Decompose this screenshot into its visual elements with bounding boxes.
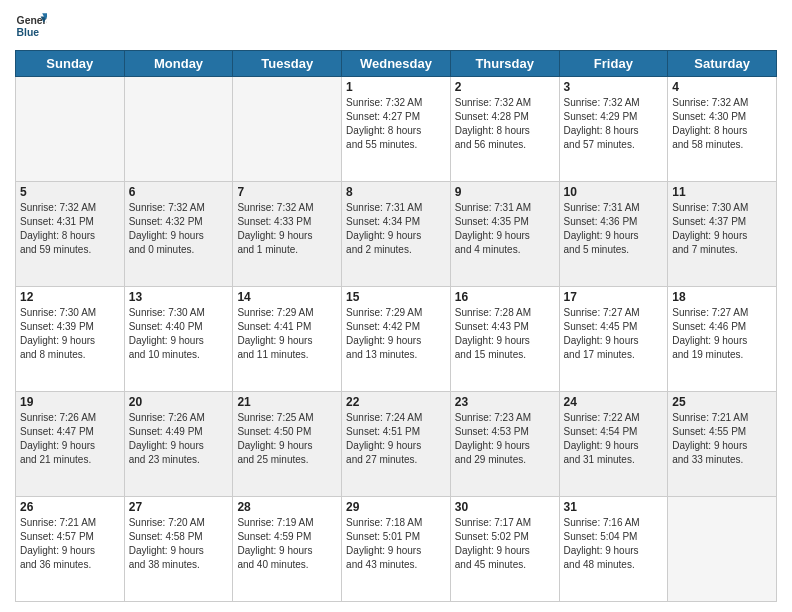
calendar-week-row: 1Sunrise: 7:32 AM Sunset: 4:27 PM Daylig… xyxy=(16,77,777,182)
day-number: 7 xyxy=(237,185,337,199)
day-number: 14 xyxy=(237,290,337,304)
day-number: 27 xyxy=(129,500,229,514)
day-info: Sunrise: 7:32 AM Sunset: 4:29 PM Dayligh… xyxy=(564,96,664,152)
calendar-week-row: 19Sunrise: 7:26 AM Sunset: 4:47 PM Dayli… xyxy=(16,392,777,497)
day-number: 15 xyxy=(346,290,446,304)
calendar-cell: 27Sunrise: 7:20 AM Sunset: 4:58 PM Dayli… xyxy=(124,497,233,602)
calendar-week-row: 5Sunrise: 7:32 AM Sunset: 4:31 PM Daylig… xyxy=(16,182,777,287)
calendar-cell: 11Sunrise: 7:30 AM Sunset: 4:37 PM Dayli… xyxy=(668,182,777,287)
day-number: 25 xyxy=(672,395,772,409)
calendar-cell: 12Sunrise: 7:30 AM Sunset: 4:39 PM Dayli… xyxy=(16,287,125,392)
day-info: Sunrise: 7:30 AM Sunset: 4:37 PM Dayligh… xyxy=(672,201,772,257)
header: General Blue xyxy=(15,10,777,42)
day-number: 9 xyxy=(455,185,555,199)
day-info: Sunrise: 7:27 AM Sunset: 4:45 PM Dayligh… xyxy=(564,306,664,362)
calendar-cell: 22Sunrise: 7:24 AM Sunset: 4:51 PM Dayli… xyxy=(342,392,451,497)
calendar-cell: 24Sunrise: 7:22 AM Sunset: 4:54 PM Dayli… xyxy=(559,392,668,497)
calendar-cell: 20Sunrise: 7:26 AM Sunset: 4:49 PM Dayli… xyxy=(124,392,233,497)
calendar-week-row: 26Sunrise: 7:21 AM Sunset: 4:57 PM Dayli… xyxy=(16,497,777,602)
day-info: Sunrise: 7:32 AM Sunset: 4:32 PM Dayligh… xyxy=(129,201,229,257)
day-info: Sunrise: 7:19 AM Sunset: 4:59 PM Dayligh… xyxy=(237,516,337,572)
day-info: Sunrise: 7:17 AM Sunset: 5:02 PM Dayligh… xyxy=(455,516,555,572)
weekday-header-sunday: Sunday xyxy=(16,51,125,77)
day-info: Sunrise: 7:18 AM Sunset: 5:01 PM Dayligh… xyxy=(346,516,446,572)
day-info: Sunrise: 7:30 AM Sunset: 4:39 PM Dayligh… xyxy=(20,306,120,362)
day-info: Sunrise: 7:25 AM Sunset: 4:50 PM Dayligh… xyxy=(237,411,337,467)
weekday-header-monday: Monday xyxy=(124,51,233,77)
day-info: Sunrise: 7:21 AM Sunset: 4:55 PM Dayligh… xyxy=(672,411,772,467)
calendar-cell: 13Sunrise: 7:30 AM Sunset: 4:40 PM Dayli… xyxy=(124,287,233,392)
calendar-cell: 14Sunrise: 7:29 AM Sunset: 4:41 PM Dayli… xyxy=(233,287,342,392)
day-number: 19 xyxy=(20,395,120,409)
weekday-header-wednesday: Wednesday xyxy=(342,51,451,77)
day-info: Sunrise: 7:32 AM Sunset: 4:27 PM Dayligh… xyxy=(346,96,446,152)
day-info: Sunrise: 7:16 AM Sunset: 5:04 PM Dayligh… xyxy=(564,516,664,572)
day-number: 30 xyxy=(455,500,555,514)
calendar-cell: 29Sunrise: 7:18 AM Sunset: 5:01 PM Dayli… xyxy=(342,497,451,602)
day-info: Sunrise: 7:20 AM Sunset: 4:58 PM Dayligh… xyxy=(129,516,229,572)
calendar-cell: 1Sunrise: 7:32 AM Sunset: 4:27 PM Daylig… xyxy=(342,77,451,182)
day-info: Sunrise: 7:27 AM Sunset: 4:46 PM Dayligh… xyxy=(672,306,772,362)
day-number: 1 xyxy=(346,80,446,94)
day-info: Sunrise: 7:32 AM Sunset: 4:30 PM Dayligh… xyxy=(672,96,772,152)
day-info: Sunrise: 7:26 AM Sunset: 4:49 PM Dayligh… xyxy=(129,411,229,467)
calendar-cell: 3Sunrise: 7:32 AM Sunset: 4:29 PM Daylig… xyxy=(559,77,668,182)
day-info: Sunrise: 7:31 AM Sunset: 4:36 PM Dayligh… xyxy=(564,201,664,257)
day-info: Sunrise: 7:23 AM Sunset: 4:53 PM Dayligh… xyxy=(455,411,555,467)
day-info: Sunrise: 7:29 AM Sunset: 4:41 PM Dayligh… xyxy=(237,306,337,362)
calendar-cell xyxy=(233,77,342,182)
day-number: 4 xyxy=(672,80,772,94)
calendar-cell: 19Sunrise: 7:26 AM Sunset: 4:47 PM Dayli… xyxy=(16,392,125,497)
calendar-cell: 21Sunrise: 7:25 AM Sunset: 4:50 PM Dayli… xyxy=(233,392,342,497)
calendar-table: SundayMondayTuesdayWednesdayThursdayFrid… xyxy=(15,50,777,602)
calendar-cell: 25Sunrise: 7:21 AM Sunset: 4:55 PM Dayli… xyxy=(668,392,777,497)
day-number: 26 xyxy=(20,500,120,514)
day-number: 18 xyxy=(672,290,772,304)
day-number: 3 xyxy=(564,80,664,94)
day-info: Sunrise: 7:32 AM Sunset: 4:33 PM Dayligh… xyxy=(237,201,337,257)
day-number: 22 xyxy=(346,395,446,409)
calendar-cell: 2Sunrise: 7:32 AM Sunset: 4:28 PM Daylig… xyxy=(450,77,559,182)
day-number: 23 xyxy=(455,395,555,409)
logo: General Blue xyxy=(15,10,47,42)
logo-icon: General Blue xyxy=(15,10,47,42)
calendar-cell: 8Sunrise: 7:31 AM Sunset: 4:34 PM Daylig… xyxy=(342,182,451,287)
calendar-cell xyxy=(124,77,233,182)
day-info: Sunrise: 7:30 AM Sunset: 4:40 PM Dayligh… xyxy=(129,306,229,362)
calendar-cell: 5Sunrise: 7:32 AM Sunset: 4:31 PM Daylig… xyxy=(16,182,125,287)
day-number: 20 xyxy=(129,395,229,409)
calendar-cell: 15Sunrise: 7:29 AM Sunset: 4:42 PM Dayli… xyxy=(342,287,451,392)
day-info: Sunrise: 7:31 AM Sunset: 4:35 PM Dayligh… xyxy=(455,201,555,257)
calendar-cell xyxy=(16,77,125,182)
calendar-cell: 17Sunrise: 7:27 AM Sunset: 4:45 PM Dayli… xyxy=(559,287,668,392)
day-number: 28 xyxy=(237,500,337,514)
calendar-cell: 16Sunrise: 7:28 AM Sunset: 4:43 PM Dayli… xyxy=(450,287,559,392)
weekday-header-friday: Friday xyxy=(559,51,668,77)
calendar-cell: 26Sunrise: 7:21 AM Sunset: 4:57 PM Dayli… xyxy=(16,497,125,602)
calendar-cell: 28Sunrise: 7:19 AM Sunset: 4:59 PM Dayli… xyxy=(233,497,342,602)
calendar-cell: 7Sunrise: 7:32 AM Sunset: 4:33 PM Daylig… xyxy=(233,182,342,287)
day-info: Sunrise: 7:24 AM Sunset: 4:51 PM Dayligh… xyxy=(346,411,446,467)
day-info: Sunrise: 7:21 AM Sunset: 4:57 PM Dayligh… xyxy=(20,516,120,572)
calendar-cell: 9Sunrise: 7:31 AM Sunset: 4:35 PM Daylig… xyxy=(450,182,559,287)
day-number: 6 xyxy=(129,185,229,199)
day-info: Sunrise: 7:22 AM Sunset: 4:54 PM Dayligh… xyxy=(564,411,664,467)
calendar-cell: 31Sunrise: 7:16 AM Sunset: 5:04 PM Dayli… xyxy=(559,497,668,602)
calendar-cell: 6Sunrise: 7:32 AM Sunset: 4:32 PM Daylig… xyxy=(124,182,233,287)
day-number: 31 xyxy=(564,500,664,514)
svg-text:Blue: Blue xyxy=(17,27,40,38)
day-number: 17 xyxy=(564,290,664,304)
calendar-cell: 30Sunrise: 7:17 AM Sunset: 5:02 PM Dayli… xyxy=(450,497,559,602)
day-number: 10 xyxy=(564,185,664,199)
day-number: 12 xyxy=(20,290,120,304)
calendar-cell: 18Sunrise: 7:27 AM Sunset: 4:46 PM Dayli… xyxy=(668,287,777,392)
day-number: 11 xyxy=(672,185,772,199)
day-info: Sunrise: 7:31 AM Sunset: 4:34 PM Dayligh… xyxy=(346,201,446,257)
day-info: Sunrise: 7:29 AM Sunset: 4:42 PM Dayligh… xyxy=(346,306,446,362)
day-number: 21 xyxy=(237,395,337,409)
day-number: 13 xyxy=(129,290,229,304)
weekday-header-tuesday: Tuesday xyxy=(233,51,342,77)
weekday-header-row: SundayMondayTuesdayWednesdayThursdayFrid… xyxy=(16,51,777,77)
calendar-cell: 23Sunrise: 7:23 AM Sunset: 4:53 PM Dayli… xyxy=(450,392,559,497)
calendar-cell: 4Sunrise: 7:32 AM Sunset: 4:30 PM Daylig… xyxy=(668,77,777,182)
